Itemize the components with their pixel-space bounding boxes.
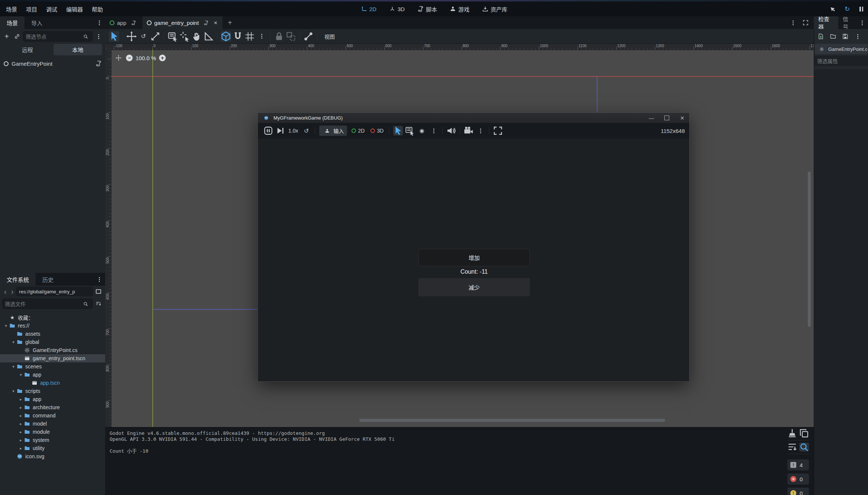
menu-3[interactable]: 编辑器 [62, 4, 87, 14]
minimize-button[interactable]: — [648, 115, 655, 121]
fs-item-[interactable]: ★收藏： [0, 313, 105, 322]
fs-item-app.tscn[interactable]: app.tscn [0, 379, 105, 387]
zoom-out-button[interactable]: − [126, 55, 133, 61]
next-frame-button[interactable] [275, 126, 285, 136]
fs-split-view-button[interactable] [94, 287, 103, 296]
scene-tree-menu-button[interactable] [94, 32, 103, 41]
reload-icon[interactable]: ↻ [843, 4, 852, 13]
tree-expander-icon[interactable]: ▸ [18, 430, 24, 434]
fs-item-model[interactable]: ▸model [0, 420, 105, 428]
menu-0[interactable]: 场景 [1, 4, 22, 14]
fs-item-assets[interactable]: assets [0, 330, 105, 338]
debug-2d-toggle[interactable]: 2D [352, 128, 365, 134]
msg-filter-button[interactable]: !4 [787, 459, 809, 470]
tree-expander-icon[interactable]: ▾ [10, 364, 16, 369]
dock-tab-场景[interactable]: 场景 [0, 16, 25, 29]
fs-back-button[interactable]: ‹ [2, 288, 9, 295]
rotate-tool-icon[interactable]: ↺ [138, 31, 149, 42]
scale-tool-icon[interactable] [150, 31, 161, 42]
tree-expander-icon[interactable]: ▸ [18, 405, 24, 410]
filter-files-input[interactable]: 筛选文件 [2, 299, 93, 309]
tree-expander-icon[interactable]: ▸ [18, 438, 24, 443]
fs-item-command[interactable]: ▸command [0, 411, 105, 420]
center-view-icon[interactable] [114, 53, 123, 62]
game-menu-button[interactable] [476, 126, 485, 136]
inspector-tab-menu-icon[interactable] [858, 18, 867, 27]
list-select-tool-icon[interactable] [168, 31, 178, 42]
canvas-hscrollbar[interactable] [359, 419, 665, 422]
fs-sort-button[interactable] [94, 299, 103, 308]
copy-output-button[interactable] [799, 429, 809, 438]
fs-item-GameEntryPoint.cs[interactable]: GameEntryPoint.cs [0, 346, 105, 354]
embed-fullscreen-button[interactable] [493, 126, 503, 136]
collapse-duplicates-button[interactable] [787, 443, 797, 452]
input-passthrough-toggle[interactable]: 输入 [319, 126, 347, 136]
move-tool-icon[interactable] [126, 31, 137, 42]
attached-script-icon[interactable] [94, 59, 103, 68]
menu-4[interactable]: 帮助 [87, 4, 107, 14]
tool-cursor-icon[interactable] [829, 4, 838, 13]
speed-label[interactable]: 1.0x [288, 128, 298, 134]
load-resource-icon[interactable] [829, 32, 838, 41]
pick-select-tool-icon[interactable] [179, 31, 190, 42]
clear-output-button[interactable] [787, 429, 797, 438]
grid-snap-icon[interactable] [233, 31, 243, 42]
close-button[interactable]: ✕ [679, 115, 686, 121]
smart-snap-icon[interactable] [221, 31, 231, 42]
instance-scene-button[interactable] [13, 32, 22, 41]
warn-filter-button[interactable]: !0 [787, 488, 809, 495]
dock-tab-导入[interactable]: 导入 [25, 16, 49, 29]
tree-expander-icon[interactable]: ▾ [18, 372, 24, 377]
increase-button[interactable]: 增加 [418, 249, 530, 266]
fs-item-scripts[interactable]: ▾scripts [0, 387, 105, 395]
tree-expander-icon[interactable]: ▸ [18, 421, 24, 426]
fs-path-field[interactable]: res://global/game_entry_p [16, 287, 93, 296]
vertical-ruler[interactable]: 0100200300400500600700800900 [105, 50, 111, 427]
new-scene-tab-button[interactable]: + [223, 16, 237, 29]
camera-options-button[interactable] [429, 126, 438, 136]
output-search-button[interactable] [799, 443, 809, 452]
fs-item-module[interactable]: ▸module [0, 428, 105, 436]
tree-expander-icon[interactable]: ▾ [10, 340, 16, 345]
reset-speed-icon[interactable]: ↺ [301, 126, 311, 136]
fs-tab-menu-icon[interactable] [95, 275, 104, 284]
suspend-button[interactable] [263, 126, 273, 136]
fs-tab-文件系统[interactable]: 文件系统 [0, 273, 36, 286]
inspector-tab-检查器[interactable]: 检查器 [814, 16, 838, 29]
scene-tab-game_entry_point[interactable]: game_entry_point× [142, 16, 223, 29]
ruler-tool-icon[interactable] [203, 31, 214, 42]
menu-2[interactable]: 调试 [42, 4, 62, 14]
fs-tab-历史[interactable]: 历史 [36, 273, 60, 286]
game-list-select-button[interactable] [405, 126, 415, 136]
snap-options-icon[interactable] [256, 31, 267, 42]
expand-editor-icon[interactable] [801, 18, 810, 27]
filter-properties-input[interactable]: 筛选属性 [814, 56, 868, 66]
dock-tab-menu-icon[interactable] [95, 18, 104, 27]
remote-button[interactable]: 远程 [3, 44, 52, 55]
fs-item-icon.svg[interactable]: icon.svg [0, 452, 105, 460]
new-resource-icon[interactable] [816, 32, 825, 41]
group-icon[interactable] [286, 31, 296, 42]
workspace-脚本[interactable]: 脚本 [414, 4, 441, 14]
fs-item-scenes[interactable]: ▾scenes [0, 362, 105, 371]
fs-item-app[interactable]: ▸app [0, 395, 105, 403]
debug-3d-toggle[interactable]: 3D [370, 128, 383, 134]
scene-tree-root-node[interactable]: GameEntryPoint [0, 56, 105, 68]
audio-mute-button[interactable] [446, 126, 456, 136]
tabbar-menu-icon[interactable] [788, 18, 797, 27]
tree-expander-icon[interactable]: ▸ [18, 446, 24, 451]
scene-tab-app[interactable]: app [105, 16, 142, 29]
err-filter-button[interactable]: ✕0 [787, 473, 809, 485]
tree-expander-icon[interactable]: ▸ [18, 413, 24, 418]
tree-expander-icon[interactable]: ▸ [18, 397, 24, 402]
filter-nodes-input[interactable]: 筛选节点 [23, 31, 93, 42]
fs-forward-button[interactable]: › [9, 288, 16, 295]
lock-icon[interactable] [274, 31, 284, 42]
close-tab-icon[interactable]: × [213, 20, 218, 26]
camera-override-button[interactable]: ◉ [417, 126, 427, 136]
zoom-level-label[interactable]: 100.0 % [136, 55, 156, 61]
select-tool-icon[interactable] [109, 31, 119, 42]
canvas-vscrollbar[interactable] [808, 172, 811, 327]
fs-item-game_entry_point.tscn[interactable]: game_entry_point.tscn [0, 354, 105, 362]
fs-item-utility[interactable]: ▸utility [0, 444, 105, 452]
